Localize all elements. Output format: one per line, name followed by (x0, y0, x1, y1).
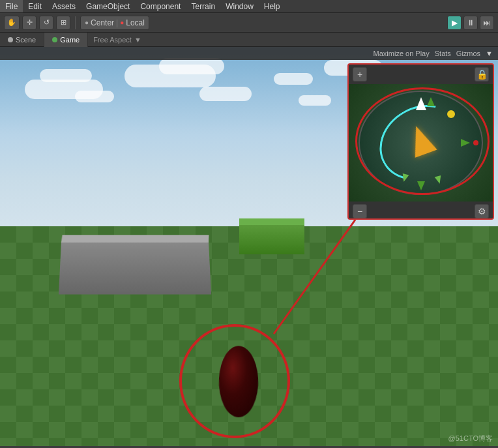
free-aspect-label: Free Aspect (93, 36, 132, 44)
step-button[interactable]: ⏭ (480, 16, 494, 30)
menu-gameobject[interactable]: GameObject (81, 0, 135, 12)
tab-bar: Scene Game Free Aspect ▼ (0, 33, 498, 47)
center-local-group: ● Center | ● Local (80, 16, 149, 30)
yellow-indicator (447, 110, 455, 118)
menu-assets[interactable]: Assets (47, 0, 81, 12)
gizmo-overlay: + 🔒 (347, 63, 494, 220)
scene-tab-dot (8, 37, 13, 42)
hand-tool-button[interactable]: ✋ (4, 16, 20, 30)
scene-tab-label: Scene (16, 36, 36, 44)
rotate-tool-button[interactable]: ↺ (39, 16, 53, 30)
gizmo-body (349, 84, 493, 202)
gizmo-footer: − ⚙ (349, 202, 493, 220)
direction-arrow-green-bottom3 (435, 175, 443, 185)
cloud-7 (274, 73, 313, 85)
play-controls: ▶ ⏸ ⏭ (447, 16, 494, 30)
gizmo-lock-button[interactable]: 🔒 (475, 67, 489, 82)
gizmos-button[interactable]: Gizmos (456, 50, 480, 57)
toolbar: ✋ ✛ ↺ ⊞ ● Center | ● Local ▶ ⏸ ⏭ (0, 13, 498, 33)
direction-arrow-green-right (461, 139, 470, 147)
game-tab-dot (52, 37, 57, 42)
center-label[interactable]: Center (91, 18, 114, 27)
direction-arrow-green-bottom (417, 181, 425, 190)
toolbar-separator (75, 16, 76, 29)
free-aspect-dropdown[interactable]: ▼ (134, 36, 141, 44)
menu-window[interactable]: Window (220, 0, 259, 12)
red-indicator (473, 140, 478, 145)
gizmo-minus-button[interactable]: − (353, 204, 367, 218)
maximize-on-play[interactable]: Maximize on Play (374, 50, 430, 57)
game-view: Maximize on Play Stats Gizmos ▼ + (0, 47, 498, 446)
tab-scene[interactable]: Scene (0, 33, 44, 47)
menu-component[interactable]: Component (135, 0, 186, 12)
gray-block (59, 243, 211, 295)
local-label[interactable]: Local (126, 18, 145, 27)
direction-arrow-white (416, 97, 426, 110)
scale-tool-button[interactable]: ⊞ (56, 16, 70, 30)
gizmo-plus-button[interactable]: + (353, 67, 367, 82)
menu-help[interactable]: Help (259, 0, 286, 12)
gizmo-settings-button[interactable]: ⚙ (475, 204, 489, 218)
gizmo-header: + 🔒 (349, 65, 493, 84)
menu-edit[interactable]: Edit (23, 0, 47, 12)
center-indicator: ● (85, 19, 89, 26)
local-indicator: ● (120, 19, 124, 26)
cloud-8 (299, 95, 331, 106)
cloud-3 (75, 91, 114, 102)
menu-file[interactable]: File (0, 0, 23, 12)
cloud-6 (199, 87, 252, 101)
direction-arrow-green-bottom2 (401, 173, 409, 183)
green-block (239, 225, 304, 254)
tab-game[interactable]: Game (44, 33, 88, 47)
game-view-topbar: Maximize on Play Stats Gizmos ▼ (0, 47, 498, 60)
play-button[interactable]: ▶ (447, 16, 461, 30)
menu-bar: File Edit Assets GameObject Component Te… (0, 0, 498, 13)
cloud-5 (159, 58, 224, 74)
pause-button[interactable]: ⏸ (463, 16, 478, 30)
move-tool-button[interactable]: ✛ (22, 16, 37, 30)
toolbar-divider: | (116, 18, 118, 27)
watermark: @51CTO博客 (448, 434, 493, 443)
stats-button[interactable]: Stats (435, 50, 451, 57)
cloud-2 (40, 69, 92, 82)
compass-circle (359, 91, 483, 195)
game-tab-label: Game (60, 36, 80, 44)
menu-terrain[interactable]: Terrain (186, 0, 220, 12)
free-aspect-group: Free Aspect ▼ (93, 36, 141, 44)
gizmos-arrow[interactable]: ▼ (486, 50, 493, 57)
direction-arrow-green-top (427, 97, 435, 106)
